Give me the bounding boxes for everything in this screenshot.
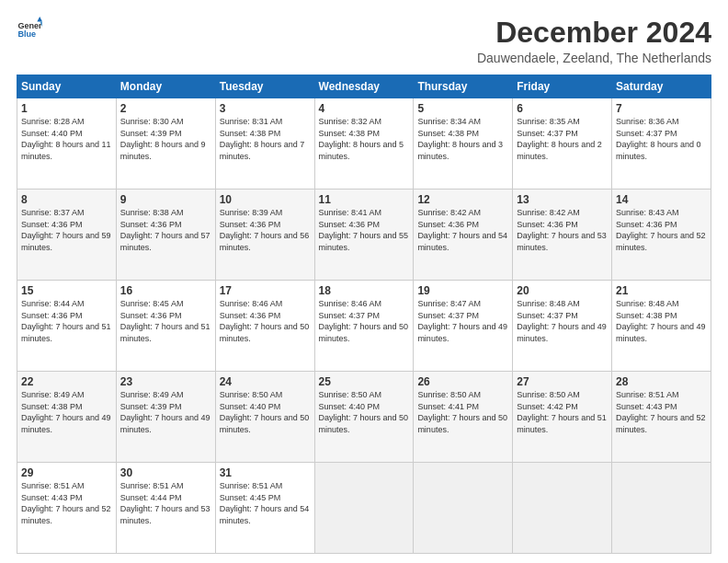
day-detail: Sunrise: 8:48 AMSunset: 4:38 PMDaylight:… <box>616 298 707 344</box>
day-number: 25 <box>319 375 410 388</box>
day-detail: Sunrise: 8:37 AMSunset: 4:36 PMDaylight:… <box>21 207 112 253</box>
day-number: 18 <box>319 284 410 297</box>
day-number: 22 <box>21 375 112 388</box>
day-number: 24 <box>220 375 311 388</box>
calendar-cell: 16Sunrise: 8:45 AMSunset: 4:36 PMDayligh… <box>116 281 215 372</box>
day-number: 15 <box>21 284 112 297</box>
day-number: 10 <box>220 193 311 206</box>
day-detail: Sunrise: 8:51 AMSunset: 4:45 PMDaylight:… <box>220 480 311 526</box>
calendar-cell: 23Sunrise: 8:49 AMSunset: 4:39 PMDayligh… <box>116 372 215 463</box>
calendar-cell <box>414 463 513 554</box>
calendar-cell: 14Sunrise: 8:43 AMSunset: 4:36 PMDayligh… <box>612 190 711 281</box>
day-number: 14 <box>616 193 707 206</box>
svg-text:General: General <box>17 21 42 30</box>
day-number: 16 <box>120 284 211 297</box>
day-number: 31 <box>220 466 311 479</box>
day-detail: Sunrise: 8:31 AMSunset: 4:38 PMDaylight:… <box>220 116 311 162</box>
col-header-monday: Monday <box>116 75 215 98</box>
logo-icon: General Blue <box>17 17 42 42</box>
day-number: 20 <box>517 284 608 297</box>
day-detail: Sunrise: 8:50 AMSunset: 4:40 PMDaylight:… <box>319 389 410 435</box>
calendar-cell: 24Sunrise: 8:50 AMSunset: 4:40 PMDayligh… <box>215 372 314 463</box>
calendar-cell: 3Sunrise: 8:31 AMSunset: 4:38 PMDaylight… <box>215 98 314 190</box>
calendar: SundayMondayTuesdayWednesdayThursdayFrid… <box>17 75 711 554</box>
day-detail: Sunrise: 8:42 AMSunset: 4:36 PMDaylight:… <box>417 207 508 253</box>
day-detail: Sunrise: 8:50 AMSunset: 4:41 PMDaylight:… <box>417 389 508 435</box>
calendar-cell: 26Sunrise: 8:50 AMSunset: 4:41 PMDayligh… <box>414 372 513 463</box>
day-number: 2 <box>120 102 211 115</box>
day-number: 11 <box>319 193 410 206</box>
col-header-sunday: Sunday <box>17 75 117 98</box>
day-number: 30 <box>120 466 211 479</box>
day-detail: Sunrise: 8:47 AMSunset: 4:37 PMDaylight:… <box>417 298 508 344</box>
calendar-cell: 1Sunrise: 8:28 AMSunset: 4:40 PMDaylight… <box>17 98 117 190</box>
day-detail: Sunrise: 8:45 AMSunset: 4:36 PMDaylight:… <box>120 298 211 344</box>
calendar-cell: 10Sunrise: 8:39 AMSunset: 4:36 PMDayligh… <box>215 190 314 281</box>
day-detail: Sunrise: 8:30 AMSunset: 4:39 PMDaylight:… <box>120 116 211 162</box>
day-number: 7 <box>616 102 707 115</box>
day-number: 9 <box>120 193 211 206</box>
calendar-cell: 4Sunrise: 8:32 AMSunset: 4:38 PMDaylight… <box>314 98 414 190</box>
calendar-cell: 25Sunrise: 8:50 AMSunset: 4:40 PMDayligh… <box>314 372 414 463</box>
day-detail: Sunrise: 8:41 AMSunset: 4:36 PMDaylight:… <box>319 207 410 253</box>
svg-marker-2 <box>37 17 42 22</box>
day-number: 21 <box>616 284 707 297</box>
day-detail: Sunrise: 8:44 AMSunset: 4:36 PMDaylight:… <box>21 298 112 344</box>
calendar-cell: 9Sunrise: 8:38 AMSunset: 4:36 PMDaylight… <box>116 190 215 281</box>
main-title: December 2024 <box>477 17 711 49</box>
day-number: 13 <box>517 193 608 206</box>
calendar-cell: 8Sunrise: 8:37 AMSunset: 4:36 PMDaylight… <box>17 190 117 281</box>
day-number: 27 <box>517 375 608 388</box>
day-number: 3 <box>220 102 311 115</box>
day-detail: Sunrise: 8:28 AMSunset: 4:40 PMDaylight:… <box>21 116 112 162</box>
day-detail: Sunrise: 8:51 AMSunset: 4:43 PMDaylight:… <box>21 480 112 526</box>
day-number: 29 <box>21 466 112 479</box>
calendar-cell: 5Sunrise: 8:34 AMSunset: 4:38 PMDaylight… <box>414 98 513 190</box>
calendar-cell: 29Sunrise: 8:51 AMSunset: 4:43 PMDayligh… <box>17 463 117 554</box>
day-detail: Sunrise: 8:50 AMSunset: 4:42 PMDaylight:… <box>517 389 608 435</box>
calendar-cell: 28Sunrise: 8:51 AMSunset: 4:43 PMDayligh… <box>612 372 711 463</box>
title-block: December 2024 Dauwendaele, Zeeland, The … <box>477 17 711 65</box>
calendar-cell: 6Sunrise: 8:35 AMSunset: 4:37 PMDaylight… <box>513 98 612 190</box>
day-detail: Sunrise: 8:32 AMSunset: 4:38 PMDaylight:… <box>319 116 410 162</box>
day-detail: Sunrise: 8:34 AMSunset: 4:38 PMDaylight:… <box>417 116 508 162</box>
calendar-cell: 11Sunrise: 8:41 AMSunset: 4:36 PMDayligh… <box>314 190 414 281</box>
day-detail: Sunrise: 8:49 AMSunset: 4:38 PMDaylight:… <box>21 389 112 435</box>
col-header-saturday: Saturday <box>612 75 711 98</box>
calendar-cell: 27Sunrise: 8:50 AMSunset: 4:42 PMDayligh… <box>513 372 612 463</box>
calendar-cell: 18Sunrise: 8:46 AMSunset: 4:37 PMDayligh… <box>314 281 414 372</box>
header: General Blue December 2024 Dauwendaele, … <box>17 17 711 65</box>
calendar-cell: 30Sunrise: 8:51 AMSunset: 4:44 PMDayligh… <box>116 463 215 554</box>
day-number: 17 <box>220 284 311 297</box>
day-detail: Sunrise: 8:36 AMSunset: 4:37 PMDaylight:… <box>616 116 707 162</box>
day-detail: Sunrise: 8:42 AMSunset: 4:36 PMDaylight:… <box>517 207 608 253</box>
day-detail: Sunrise: 8:35 AMSunset: 4:37 PMDaylight:… <box>517 116 608 162</box>
calendar-cell: 2Sunrise: 8:30 AMSunset: 4:39 PMDaylight… <box>116 98 215 190</box>
day-number: 19 <box>417 284 508 297</box>
day-number: 28 <box>616 375 707 388</box>
calendar-cell: 19Sunrise: 8:47 AMSunset: 4:37 PMDayligh… <box>414 281 513 372</box>
subtitle: Dauwendaele, Zeeland, The Netherlands <box>477 51 711 65</box>
day-detail: Sunrise: 8:49 AMSunset: 4:39 PMDaylight:… <box>120 389 211 435</box>
logo: General Blue <box>17 17 42 42</box>
col-header-wednesday: Wednesday <box>314 75 414 98</box>
calendar-cell: 7Sunrise: 8:36 AMSunset: 4:37 PMDaylight… <box>612 98 711 190</box>
day-detail: Sunrise: 8:50 AMSunset: 4:40 PMDaylight:… <box>220 389 311 435</box>
day-number: 26 <box>417 375 508 388</box>
calendar-cell <box>612 463 711 554</box>
calendar-cell: 22Sunrise: 8:49 AMSunset: 4:38 PMDayligh… <box>17 372 117 463</box>
col-header-friday: Friday <box>513 75 612 98</box>
day-detail: Sunrise: 8:38 AMSunset: 4:36 PMDaylight:… <box>120 207 211 253</box>
day-detail: Sunrise: 8:43 AMSunset: 4:36 PMDaylight:… <box>616 207 707 253</box>
day-detail: Sunrise: 8:39 AMSunset: 4:36 PMDaylight:… <box>220 207 311 253</box>
calendar-cell: 31Sunrise: 8:51 AMSunset: 4:45 PMDayligh… <box>215 463 314 554</box>
calendar-cell: 17Sunrise: 8:46 AMSunset: 4:36 PMDayligh… <box>215 281 314 372</box>
col-header-tuesday: Tuesday <box>215 75 314 98</box>
day-detail: Sunrise: 8:51 AMSunset: 4:43 PMDaylight:… <box>616 389 707 435</box>
day-number: 4 <box>319 102 410 115</box>
col-header-thursday: Thursday <box>414 75 513 98</box>
day-detail: Sunrise: 8:46 AMSunset: 4:36 PMDaylight:… <box>220 298 311 344</box>
svg-text:Blue: Blue <box>17 29 36 39</box>
day-number: 6 <box>517 102 608 115</box>
day-number: 1 <box>21 102 112 115</box>
